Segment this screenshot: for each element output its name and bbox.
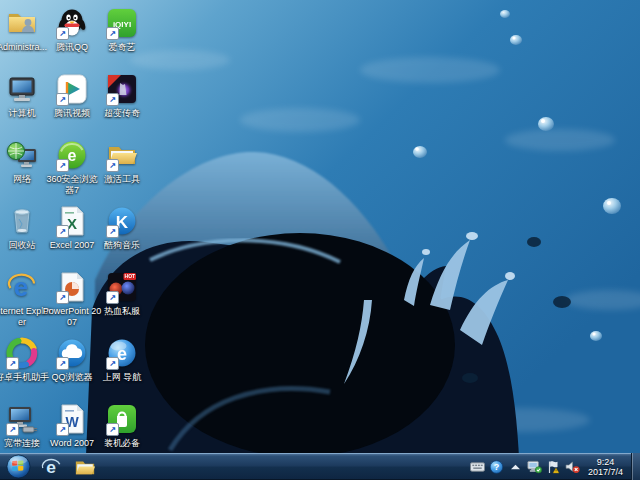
tray-action-center[interactable] (546, 459, 562, 475)
tencent-qq-icon: ↗ (55, 6, 89, 40)
shortcut-arrow-icon: ↗ (106, 225, 119, 238)
shortcut-arrow-icon: ↗ (56, 93, 69, 106)
broadband-icon: ↗ (5, 402, 39, 436)
start-button[interactable] (3, 454, 33, 480)
windows-logo-icon (6, 454, 31, 479)
shortcut-arrow-icon: ↗ (6, 357, 19, 370)
desktop-icon-iqiyi[interactable]: iQIYI↗爱奇艺 (92, 6, 152, 53)
action-center-flag-icon (546, 460, 561, 474)
web-nav-icon: e↗ (105, 336, 139, 370)
desktop-icon-label: 上网 导航 (92, 372, 152, 383)
svg-text:HOT: HOT (125, 273, 136, 279)
desktop-icon-label: 酷狗音乐 (92, 240, 152, 251)
rexue-sifu-icon: HOT↗ (105, 270, 139, 304)
iqiyi-icon: iQIYI↗ (105, 6, 139, 40)
360-browser-icon: e↗ (55, 138, 89, 172)
desktop-icon-zhuangji-bibei[interactable]: ↗装机必备 (92, 402, 152, 449)
system-tray: ? 9:24 2017/7/4 (470, 453, 640, 480)
tray-show-hidden[interactable] (508, 459, 524, 475)
haozhuo-assistant-icon: ↗ (5, 336, 39, 370)
shortcut-arrow-icon: ↗ (106, 423, 119, 436)
desktop-icon-web-nav[interactable]: e↗上网 导航 (92, 336, 152, 383)
shortcut-arrow-icon: ↗ (56, 27, 69, 40)
shortcut-arrow-icon: ↗ (56, 159, 69, 172)
desktop-icon-rexue-sifu[interactable]: HOT↗热血私服 (92, 270, 152, 317)
activation-tool-icon: ↗ (105, 138, 139, 172)
shortcut-arrow-icon: ↗ (106, 27, 119, 40)
excel-2007-icon: X↗ (55, 204, 89, 238)
tray-help[interactable]: ? (489, 459, 505, 475)
help-icon: ? (489, 460, 504, 474)
kugou-music-icon: K↗ (105, 204, 139, 238)
svg-text:?: ? (494, 462, 500, 472)
keyboard-icon (470, 460, 485, 474)
qq-browser-icon: ↗ (55, 336, 89, 370)
desktop: Administra...↗腾讯QQiQIYI↗爱奇艺计算机↗腾讯视频↗超变传奇… (0, 0, 640, 453)
desktop-icon-kugou-music[interactable]: K↗酷狗音乐 (92, 204, 152, 251)
ie-icon: e (40, 456, 62, 478)
clock-time: 9:24 (588, 457, 623, 467)
chevron-up-icon (508, 460, 523, 474)
tray-network-status[interactable] (527, 459, 543, 475)
shortcut-arrow-icon: ↗ (106, 159, 119, 172)
volume-muted-icon (565, 460, 580, 474)
taskbar-ie-button[interactable]: e (35, 455, 67, 479)
desktop-icon-label: 激活工具 (92, 174, 152, 185)
clock-date: 2017/7/4 (588, 467, 623, 477)
explorer-folder-icon (74, 456, 96, 478)
shortcut-arrow-icon: ↗ (56, 225, 69, 238)
desktop-icon-label: 装机必备 (92, 438, 152, 449)
shortcut-arrow-icon: ↗ (106, 357, 119, 370)
tray-input-indicator[interactable] (470, 459, 486, 475)
shortcut-arrow-icon: ↗ (56, 357, 69, 370)
taskbar-explorer-button[interactable] (69, 455, 101, 479)
clock[interactable]: 9:24 2017/7/4 (584, 457, 628, 477)
administrator-icon (5, 6, 39, 40)
desktop-icon-activation-tool[interactable]: ↗激活工具 (92, 138, 152, 185)
network-icon (5, 138, 39, 172)
desktop-icon-label: 热血私服 (92, 306, 152, 317)
shortcut-arrow-icon: ↗ (56, 423, 69, 436)
desktop-icon-chaobian-chuanqi[interactable]: ↗超变传奇 (92, 72, 152, 119)
internet-explorer-icon: e (5, 270, 39, 304)
desktop-icon-label: 爱奇艺 (92, 42, 152, 53)
shortcut-arrow-icon: ↗ (106, 93, 119, 106)
tray-icons: ? (470, 459, 581, 475)
show-desktop-button[interactable] (631, 453, 640, 480)
shortcut-arrow-icon: ↗ (56, 291, 69, 304)
taskbar: e ? 9:24 2017/7/4 (0, 453, 640, 480)
shortcut-arrow-icon: ↗ (6, 423, 19, 436)
desktop-icon-label: 超变传奇 (92, 108, 152, 119)
word-2007-icon: W↗ (55, 402, 89, 436)
computer-icon (5, 72, 39, 106)
tencent-video-icon: ↗ (55, 72, 89, 106)
tray-volume-muted[interactable] (565, 459, 581, 475)
chaobian-chuanqi-icon: ↗ (105, 72, 139, 106)
powerpoint-2007-icon: ↗ (55, 270, 89, 304)
shortcut-arrow-icon: ↗ (106, 291, 119, 304)
recycle-bin-icon (5, 204, 39, 238)
network-tray-icon (527, 460, 542, 474)
zhuangji-bibei-icon: ↗ (105, 402, 139, 436)
